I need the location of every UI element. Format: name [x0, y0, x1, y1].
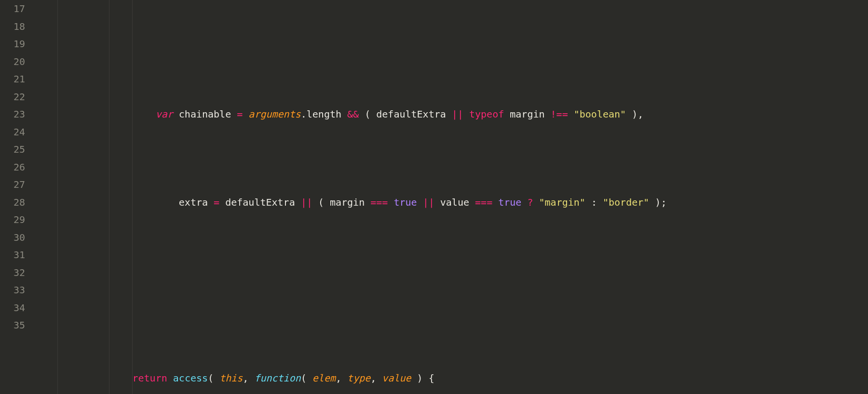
code-line[interactable]: var chainable = arguments.length && ( de… — [63, 105, 868, 123]
line-number: 33 — [0, 281, 25, 299]
line-number: 22 — [0, 88, 25, 106]
code-line[interactable] — [63, 281, 868, 299]
line-number-gutter: 17 18 19 20 21 22 23 24 25 26 27 28 29 3… — [0, 0, 34, 394]
line-number: 28 — [0, 194, 25, 211]
line-number: 24 — [0, 123, 25, 141]
code-editor[interactable]: 17 18 19 20 21 22 23 24 25 26 27 28 29 3… — [0, 0, 868, 394]
line-number: 21 — [0, 70, 25, 88]
code-line[interactable]: extra = defaultExtra || ( margin === tru… — [63, 194, 868, 211]
line-number: 19 — [0, 35, 25, 53]
line-number: 17 — [0, 0, 25, 18]
line-number: 26 — [0, 158, 25, 176]
line-number: 29 — [0, 211, 25, 229]
line-number: 34 — [0, 299, 25, 317]
line-number: 18 — [0, 18, 25, 36]
line-number: 35 — [0, 316, 25, 334]
line-number: 27 — [0, 176, 25, 194]
line-number: 30 — [0, 229, 25, 247]
code-line[interactable]: return access( this, function( elem, typ… — [63, 369, 868, 387]
line-number: 32 — [0, 264, 25, 282]
fold-column — [34, 0, 58, 394]
line-number: 23 — [0, 105, 25, 123]
line-number: 20 — [0, 53, 25, 71]
line-number: 25 — [0, 141, 25, 158]
line-number: 31 — [0, 246, 25, 264]
code-area[interactable]: var chainable = arguments.length && ( de… — [58, 0, 868, 394]
